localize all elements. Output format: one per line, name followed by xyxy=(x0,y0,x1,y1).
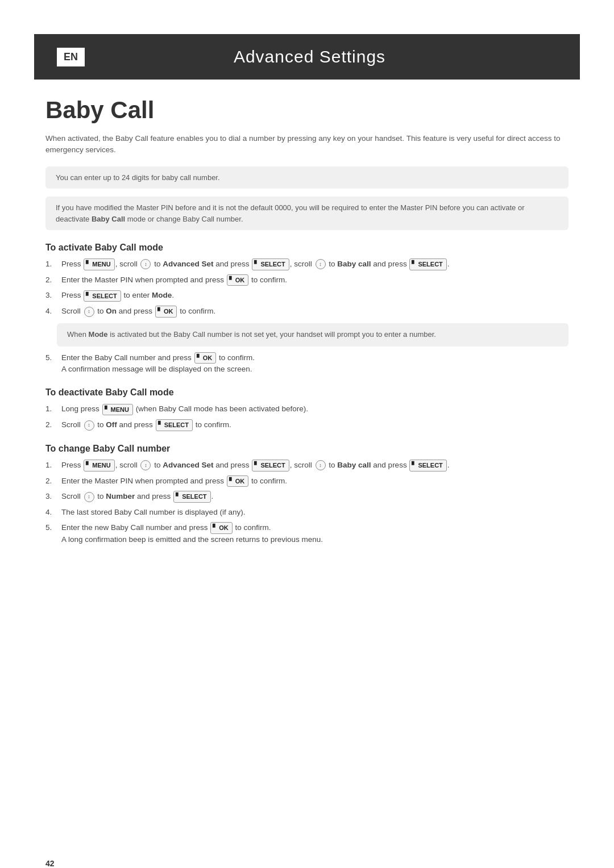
ok-button-2: ▘ OK xyxy=(155,306,177,318)
list-item: 1. Long press ▘ MENU (when Baby Call mod… xyxy=(45,403,569,415)
list-item: 3. Scroll ↕ to Number and press ▘ SELECT… xyxy=(45,491,569,503)
list-item: 2. Enter the Master PIN when prompted an… xyxy=(45,475,569,487)
ok-button-4: ▘ OK xyxy=(227,475,249,487)
select-button-6: ▘ SELECT xyxy=(409,460,446,471)
note-box-1: You can enter up to 24 digits for baby c… xyxy=(45,166,569,189)
note-box-2: If you have modified the Master PIN befo… xyxy=(45,197,569,230)
list-item: 1. Press ▘ MENU, scroll ↕ to Advanced Se… xyxy=(45,460,569,471)
section2-steps: 1. Long press ▘ MENU (when Baby Call mod… xyxy=(45,403,569,431)
menu-button-2: ▘ MENU xyxy=(102,404,133,416)
scroll-icon-4: ↕ xyxy=(84,420,94,431)
ok-button-5: ▘ OK xyxy=(210,522,233,534)
select-button-7: ▘ SELECT xyxy=(173,491,210,503)
list-item: 2. Enter the Master PIN when prompted an… xyxy=(45,274,569,286)
section2-title: To deactivate Baby Call mode xyxy=(45,387,569,398)
menu-button: ▘ MENU xyxy=(84,258,114,270)
scroll-icon-7: ↕ xyxy=(84,492,94,502)
section1-title: To activate Baby Call mode xyxy=(45,243,569,253)
page-title: Baby Call xyxy=(45,97,569,124)
section3-title: To change Baby Call number xyxy=(45,444,569,454)
scroll-icon-6: ↕ xyxy=(316,460,326,470)
list-item: 4. Scroll ↕ to On and press ▘ OK to conf… xyxy=(45,306,569,318)
list-item: 2. Scroll ↕ to Off and press ▘ SELECT to… xyxy=(45,419,569,431)
menu-button-3: ▘ MENU xyxy=(84,460,114,471)
select-button-5: ▘ SELECT xyxy=(252,460,289,471)
lang-label: EN xyxy=(57,48,85,66)
section1-step5: 5. Enter the Baby Call number and press … xyxy=(45,352,569,375)
header-bar: EN Advanced Settings xyxy=(34,34,580,80)
select-button-3: ▘ SELECT xyxy=(84,290,121,302)
header-title: Advanced Settings xyxy=(96,47,557,66)
select-button-2: ▘ SELECT xyxy=(409,258,446,270)
page-wrapper: EN Advanced Settings Baby Call When acti… xyxy=(0,34,614,868)
select-button: ▘ SELECT xyxy=(252,258,289,270)
mode-note: When Mode is activated but the Baby Call… xyxy=(57,323,569,347)
section3-steps: 1. Press ▘ MENU, scroll ↕ to Advanced Se… xyxy=(45,460,569,545)
scroll-icon-5: ↕ xyxy=(140,460,151,470)
list-item: 1. Press ▘ MENU, scroll ↕ to Advanced Se… xyxy=(45,258,569,270)
content-area: Baby Call When activated, the Baby Call … xyxy=(0,80,614,585)
select-button-4: ▘ SELECT xyxy=(156,419,193,431)
scroll-icon-3: ↕ xyxy=(84,307,94,317)
section1-steps: 1. Press ▘ MENU, scroll ↕ to Advanced Se… xyxy=(45,258,569,318)
ok-button: ▘ OK xyxy=(227,274,249,286)
ok-button-3: ▘ OK xyxy=(194,352,217,364)
list-item: 3. Press ▘ SELECT to enter Mode. xyxy=(45,290,569,302)
intro-text: When activated, the Baby Call feature en… xyxy=(45,133,569,156)
page-number: 42 xyxy=(45,859,55,868)
list-item: 5. Enter the Baby Call number and press … xyxy=(45,352,569,375)
list-item: 5. Enter the new Baby Call number and pr… xyxy=(45,522,569,545)
list-item: 4. The last stored Baby Call number is d… xyxy=(45,507,569,518)
scroll-icon: ↕ xyxy=(140,259,151,269)
scroll-icon-2: ↕ xyxy=(316,259,326,269)
